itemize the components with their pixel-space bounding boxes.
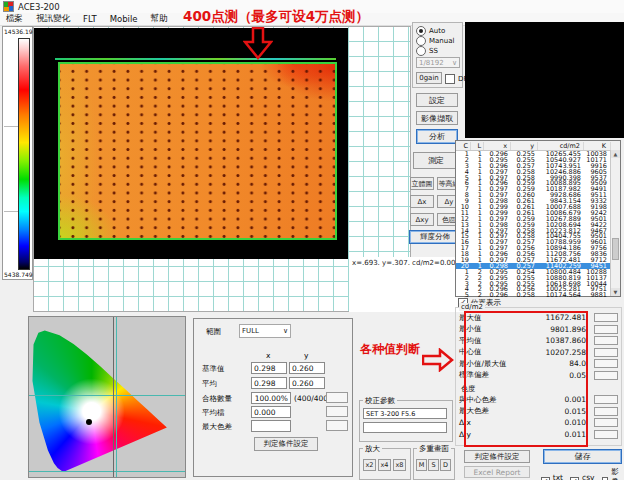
- radio-ss-icon[interactable]: [416, 46, 426, 56]
- stat-judge-box[interactable]: [594, 407, 618, 416]
- scale-max-value: 14536.196: [4, 28, 36, 35]
- cie-crosshair-gray: [113, 317, 114, 477]
- stat-judge-box[interactable]: [594, 313, 618, 322]
- multi-d-button[interactable]: D: [440, 459, 451, 471]
- zoom-x2-button[interactable]: x2: [363, 459, 376, 471]
- settings-button[interactable]: 設定: [416, 93, 458, 107]
- range-select[interactable]: FULL ∨: [239, 324, 291, 338]
- col-c[interactable]: C: [456, 142, 471, 150]
- csv-label: csv檔: [582, 473, 596, 480]
- delta-xy-button[interactable]: Δxy: [410, 213, 434, 226]
- stat-row: 最小值9801.896: [459, 324, 618, 336]
- radio-manual-label: Manual: [429, 37, 454, 45]
- radio-auto-icon[interactable]: [416, 26, 426, 36]
- stat-label: Δ x: [459, 418, 528, 427]
- stat-value: 10387.860: [528, 336, 586, 345]
- stat-judge-box[interactable]: [594, 395, 618, 404]
- stat-judge-box[interactable]: [594, 359, 618, 368]
- measure-button[interactable]: 測定: [413, 152, 459, 169]
- calib-set-field[interactable]: SET 3-200 F5.6: [363, 408, 447, 419]
- col-cdm2[interactable]: cd/m2: [538, 142, 584, 150]
- stat-value: 11672.481: [528, 313, 586, 322]
- stat-judge-box[interactable]: [594, 325, 618, 334]
- measurement-table: C L x y cd/m2 K 110.2960.25510265.455100…: [455, 140, 621, 297]
- stat-label: 最大色差: [459, 406, 528, 416]
- max-colordiff-judge-box[interactable]: [326, 420, 348, 431]
- judge-condition-setting-button[interactable]: 判定條件設定: [254, 437, 318, 451]
- avg-y-field[interactable]: 0.260: [289, 377, 325, 389]
- stat-label: Δ y: [459, 430, 528, 439]
- save-button[interactable]: 儲存: [543, 449, 622, 464]
- scale-min-value: 5438.749: [4, 271, 33, 278]
- stat-row: 最大色差0.015: [459, 406, 618, 418]
- multi-m-button[interactable]: M: [416, 459, 427, 471]
- luminance-colorbar: [18, 38, 30, 270]
- multi-s-button[interactable]: S: [428, 459, 439, 471]
- image-file-checkbox[interactable]: 影像檔: [602, 467, 624, 480]
- calib-extra-field[interactable]: [363, 422, 447, 433]
- max-colordiff-field[interactable]: [251, 420, 291, 432]
- menu-help[interactable]: 幫助: [151, 13, 168, 25]
- stats-group-label: cd/m2: [459, 303, 485, 311]
- save-format-checkboxes: txt檔 csv檔 影像檔: [541, 467, 624, 480]
- stat-judge-box[interactable]: [594, 430, 618, 439]
- menu-mobile[interactable]: Mobile: [110, 14, 138, 24]
- stat-value: 84.0: [528, 359, 586, 368]
- cie-crosshair-h2: [29, 471, 185, 472]
- menu-file[interactable]: 檔案: [6, 13, 23, 25]
- col-x[interactable]: x: [484, 142, 511, 150]
- radio-manual[interactable]: Manual: [416, 36, 454, 46]
- luminance-dist-button[interactable]: 輝度分佈: [409, 230, 461, 244]
- analyze-button[interactable]: 分析: [416, 129, 458, 144]
- menu-flt[interactable]: FLT: [83, 14, 97, 24]
- calibration-panel: 校正參數 SET 3-200 F5.6 放大 x2 x4 x8 多重畫面 M S…: [357, 396, 455, 480]
- table-scrollbar[interactable]: ▲ ▼: [610, 150, 620, 296]
- ref-y-field[interactable]: 0.260: [289, 362, 325, 374]
- zoom-x8-button[interactable]: x8: [393, 459, 406, 471]
- col-k[interactable]: K: [584, 142, 611, 150]
- menu-video-change[interactable]: 視訊變化: [36, 13, 70, 25]
- col-l[interactable]: L: [471, 142, 484, 150]
- calib-groupbox: [359, 400, 453, 442]
- table-header: C L x y cd/m2 K: [456, 141, 620, 151]
- pass-judge-box[interactable]: [326, 392, 348, 403]
- col-y[interactable]: y: [511, 142, 538, 150]
- shutter-select[interactable]: 1/8192 ∨: [416, 57, 460, 68]
- x-col-label: x: [266, 351, 270, 360]
- stat-row: 標準偏差0.05: [459, 370, 618, 382]
- zoom-group-label: 放大: [363, 444, 382, 454]
- stat-judge-box[interactable]: [594, 418, 618, 427]
- stat-row: 與中心色差0.001: [459, 394, 618, 406]
- avg-x-field[interactable]: 0.298: [251, 377, 287, 389]
- radio-ss[interactable]: SS: [416, 46, 438, 56]
- scroll-up-icon[interactable]: ▲: [611, 150, 620, 158]
- excel-report-button[interactable]: Excel Report: [464, 466, 530, 478]
- stat-judge-box[interactable]: [594, 336, 618, 345]
- txt-file-checkbox[interactable]: txt檔: [541, 467, 564, 480]
- radio-auto[interactable]: Auto: [416, 26, 445, 36]
- ref-x-field[interactable]: 0.298: [251, 362, 287, 374]
- capture-image-button[interactable]: 影像擷取: [416, 111, 458, 125]
- zoom-x4-button[interactable]: x4: [378, 459, 391, 471]
- pass-rate-field[interactable]: 100.00%: [251, 392, 291, 404]
- delta-x-button[interactable]: Δx: [410, 195, 434, 208]
- stat-row: 最大值11672.481: [459, 312, 618, 324]
- csv-file-checkbox[interactable]: csv檔: [570, 467, 595, 480]
- judge-panel: 範圍 FULL ∨ x y 基準值 0.298 0.260 平均 0.298 0…: [193, 318, 353, 477]
- avg-diff-judge-box[interactable]: [326, 406, 348, 417]
- judge-condition-button[interactable]: 判定條件設定: [464, 450, 530, 463]
- stat-judge-box[interactable]: [594, 348, 618, 357]
- radio-manual-icon[interactable]: [416, 36, 426, 46]
- stat-label: 最小值: [459, 324, 528, 334]
- solid-view-button[interactable]: 立體圖: [410, 177, 434, 190]
- luminance-heatmap[interactable]: [58, 62, 337, 240]
- cie-chromaticity-panel: [28, 316, 186, 478]
- scroll-thumb[interactable]: [612, 238, 619, 260]
- scroll-down-icon[interactable]: ▼: [611, 288, 620, 296]
- avg-diff-field[interactable]: 0.000: [251, 406, 291, 418]
- zero-gain-button[interactable]: 0gain: [416, 72, 442, 84]
- dr-checkbox-icon[interactable]: [445, 74, 455, 84]
- stat-judge-box[interactable]: [594, 371, 618, 380]
- chroma-group-label: 色度: [459, 384, 477, 394]
- heatmap-viewport[interactable]: [34, 28, 348, 259]
